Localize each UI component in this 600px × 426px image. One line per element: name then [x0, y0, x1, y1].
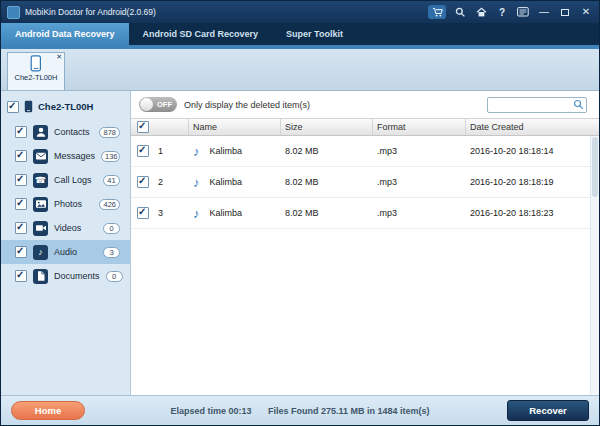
- search-box[interactable]: [487, 97, 587, 113]
- select-all-checkbox[interactable]: [137, 121, 149, 133]
- file-name: Kalimba: [210, 208, 243, 218]
- home-button[interactable]: Home: [11, 401, 85, 420]
- filter-label: Only display the deleted item(s): [184, 100, 310, 110]
- file-size: 8.02 MB: [281, 208, 373, 218]
- photos-icon: [33, 197, 48, 212]
- table-row[interactable]: 3 ♪ Kalimba 8.02 MB .mp3 2016-10-20 18:1…: [131, 198, 599, 229]
- checkbox[interactable]: [15, 150, 27, 162]
- sidebar-item-photos[interactable]: Photos 426: [1, 192, 130, 216]
- sidebar-item-documents[interactable]: Documents 0: [1, 264, 130, 288]
- sidebar-item-label: Photos: [54, 199, 82, 209]
- phone-icon: [30, 55, 42, 72]
- sidebar-item-contacts[interactable]: Contacts 878: [1, 120, 130, 144]
- documents-icon: [33, 269, 48, 284]
- row-number: 2: [158, 177, 163, 187]
- table-row[interactable]: 1 ♪ Kalimba 8.02 MB .mp3 2016-10-20 18:1…: [131, 136, 599, 167]
- sidebar-item-label: Contacts: [54, 127, 90, 137]
- music-note-icon: ♪: [193, 145, 200, 158]
- toggle-label: OFF: [157, 97, 172, 112]
- recover-button[interactable]: Recover: [507, 400, 589, 421]
- search-input[interactable]: [488, 100, 573, 110]
- checkbox[interactable]: [15, 270, 27, 282]
- tab-super-toolkit[interactable]: Super Toolkit: [272, 23, 357, 45]
- sidebar-item-messages[interactable]: Messages 136: [1, 144, 130, 168]
- sidebar-device-header[interactable]: Che2-TL00H: [1, 97, 130, 120]
- row-number: 1: [158, 146, 163, 156]
- row-checkbox[interactable]: [137, 145, 149, 157]
- checkbox[interactable]: [15, 126, 27, 138]
- device-close-icon[interactable]: ✕: [56, 53, 62, 61]
- column-header-format[interactable]: Format: [373, 119, 466, 135]
- sidebar-item-call-logs[interactable]: ☎ Call Logs 41: [1, 168, 130, 192]
- deleted-filter-toggle[interactable]: OFF: [139, 97, 177, 112]
- row-checkbox[interactable]: [137, 207, 149, 219]
- count-badge: 0: [106, 271, 123, 282]
- music-note-icon: ♪: [193, 207, 200, 220]
- checkbox[interactable]: [15, 198, 27, 210]
- tab-android-data-recovery[interactable]: Android Data Recovery: [1, 23, 129, 45]
- title-bar: MobiKin Doctor for Android(2.0.69) ? — ✕: [1, 1, 599, 23]
- file-date-created: 2016-10-20 18:18:14: [466, 146, 599, 156]
- table-header: Name Size Format Date Created: [131, 118, 599, 136]
- sidebar-item-label: Call Logs: [54, 175, 92, 185]
- phone-icon: [24, 100, 33, 113]
- row-checkbox[interactable]: [137, 176, 149, 188]
- content-panel: OFF Only display the deleted item(s) Nam…: [131, 91, 599, 395]
- file-format: .mp3: [373, 208, 466, 218]
- sidebar-item-videos[interactable]: Videos 0: [1, 216, 130, 240]
- checkbox[interactable]: [15, 174, 27, 186]
- column-header-size[interactable]: Size: [281, 119, 373, 135]
- sidebar-device-name: Che2-TL00H: [38, 101, 93, 112]
- checkbox[interactable]: [15, 246, 27, 258]
- sidebar-item-audio[interactable]: ♪ Audio 3: [1, 240, 130, 264]
- count-badge: 878: [99, 127, 120, 138]
- column-header-name[interactable]: Name: [189, 119, 281, 135]
- call-logs-icon: ☎: [33, 173, 48, 188]
- window-title: MobiKin Doctor for Android(2.0.69): [25, 7, 156, 17]
- scrollbar-thumb[interactable]: [592, 137, 598, 197]
- file-size: 8.02 MB: [281, 177, 373, 187]
- contacts-icon: [33, 125, 48, 140]
- minimize-button[interactable]: —: [537, 5, 551, 19]
- help-icon[interactable]: ?: [495, 5, 509, 19]
- count-badge: 41: [103, 175, 120, 186]
- table-row[interactable]: 2 ♪ Kalimba 8.02 MB .mp3 2016-10-20 18:1…: [131, 167, 599, 198]
- messages-icon: [33, 149, 48, 164]
- file-name: Kalimba: [210, 177, 243, 187]
- content-toolbar: OFF Only display the deleted item(s): [131, 91, 599, 118]
- count-badge: 426: [99, 199, 120, 210]
- app-window: MobiKin Doctor for Android(2.0.69) ? — ✕…: [0, 0, 600, 426]
- search-icon[interactable]: [453, 5, 467, 19]
- home-icon[interactable]: [474, 5, 488, 19]
- file-size: 8.02 MB: [281, 146, 373, 156]
- device-checkbox[interactable]: [7, 101, 19, 113]
- footer-bar: Elapsed time 00:13 Files Found 275.11 MB…: [1, 395, 599, 425]
- file-date-created: 2016-10-20 18:18:19: [466, 177, 599, 187]
- close-button[interactable]: ✕: [579, 5, 593, 19]
- count-badge: 3: [103, 247, 120, 258]
- elapsed-time: Elapsed time 00:13: [170, 406, 251, 416]
- sidebar-item-label: Audio: [54, 247, 77, 257]
- tab-android-sd-card-recovery[interactable]: Android SD Card Recovery: [129, 23, 273, 45]
- row-number: 3: [158, 208, 163, 218]
- videos-icon: [33, 221, 48, 236]
- checkbox[interactable]: [15, 222, 27, 234]
- maximize-button[interactable]: [558, 5, 572, 19]
- device-name: Che2-TL00H: [15, 73, 58, 82]
- app-logo-icon: [7, 6, 20, 19]
- vertical-scrollbar[interactable]: [590, 136, 599, 395]
- column-header-date-created[interactable]: Date Created: [466, 119, 599, 135]
- device-tab[interactable]: ✕ Che2-TL00H: [7, 52, 65, 90]
- menu-icon[interactable]: [516, 5, 530, 19]
- count-badge: 0: [103, 223, 120, 234]
- files-found: Files Found 275.11 MB in 1484 item(s): [268, 406, 430, 416]
- tab-bar: Android Data Recovery Android SD Card Re…: [1, 23, 599, 45]
- file-name: Kalimba: [210, 146, 243, 156]
- sidebar-item-label: Videos: [54, 223, 81, 233]
- music-note-icon: ♪: [193, 176, 200, 189]
- sidebar-item-label: Documents: [54, 271, 100, 281]
- audio-icon: ♪: [33, 245, 48, 260]
- cart-icon[interactable]: [428, 5, 446, 19]
- file-date-created: 2016-10-20 18:18:23: [466, 208, 599, 218]
- search-icon[interactable]: [573, 99, 584, 110]
